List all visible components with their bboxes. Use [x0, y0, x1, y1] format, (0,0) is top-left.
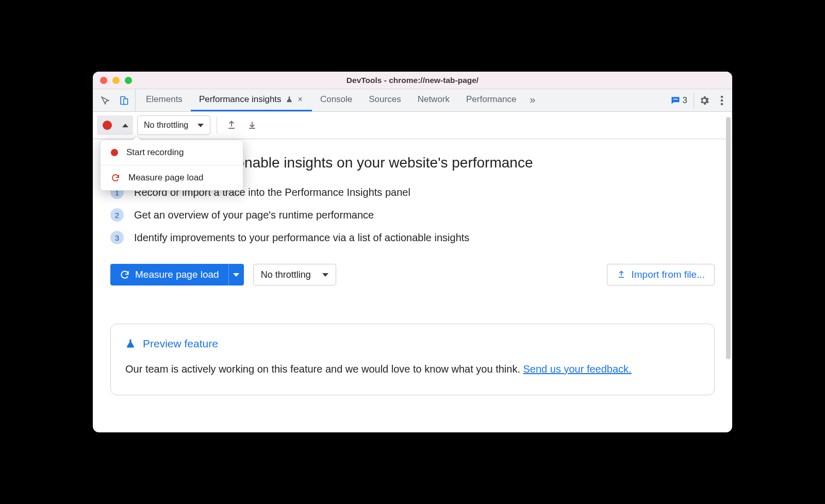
- tab-label: Network: [418, 94, 450, 105]
- card-header: Preview feature: [125, 338, 700, 350]
- measure-page-load-item[interactable]: Measure page load: [101, 165, 243, 190]
- record-dropdown-menu: Start recording Measure page load: [100, 140, 243, 191]
- titlebar: DevTools - chrome://new-tab-page/: [93, 72, 732, 89]
- window-controls: [100, 77, 132, 84]
- step-text: Identify improvements to your performanc…: [134, 232, 469, 244]
- minimize-window-button[interactable]: [112, 77, 120, 84]
- card-body: Our team is actively working on this fea…: [125, 361, 700, 377]
- reload-icon: [120, 270, 130, 280]
- window-title: DevTools - chrome://new-tab-page/: [93, 76, 732, 85]
- tab-network[interactable]: Network: [409, 89, 458, 111]
- settings-icon[interactable]: [696, 92, 713, 109]
- preview-feature-card: Preview feature Our team is actively wor…: [110, 324, 715, 395]
- message-icon: [670, 95, 681, 106]
- tab-label: Console: [320, 94, 352, 105]
- tab-console[interactable]: Console: [312, 89, 360, 111]
- menu-item-label: Start recording: [126, 147, 184, 158]
- record-dropdown-toggle[interactable]: [118, 115, 133, 135]
- step-text: Get an overview of your page's runtime p…: [134, 209, 374, 221]
- flask-icon: [125, 338, 136, 350]
- step-number: 2: [110, 208, 124, 222]
- card-text: Our team is actively working on this fea…: [125, 363, 523, 375]
- svg-rect-2: [673, 98, 677, 99]
- messages-button[interactable]: 3: [666, 93, 691, 108]
- tab-elements[interactable]: Elements: [138, 89, 191, 111]
- svg-point-3: [721, 95, 723, 98]
- message-count: 3: [683, 95, 687, 106]
- import-icon[interactable]: [244, 117, 260, 133]
- measure-page-load-split-button: Measure page load: [110, 264, 244, 285]
- step-3: 3 Identify improvements to your performa…: [110, 231, 715, 244]
- step-number: 3: [110, 231, 124, 244]
- throttling-label: No throttling: [144, 121, 188, 130]
- reload-icon: [111, 173, 120, 182]
- more-menu-icon[interactable]: [714, 92, 730, 109]
- throttling-select-secondary[interactable]: No throttling: [253, 264, 336, 285]
- start-recording-item[interactable]: Start recording: [101, 140, 243, 165]
- throttling-select[interactable]: No throttling: [137, 115, 210, 135]
- feedback-link[interactable]: Send us your feedback.: [523, 363, 632, 375]
- caret-up-icon: [122, 124, 128, 127]
- tab-label: Elements: [146, 94, 183, 105]
- tab-performance[interactable]: Performance: [458, 89, 524, 111]
- tabs-overflow-button[interactable]: »: [524, 89, 540, 111]
- tab-sources[interactable]: Sources: [360, 89, 409, 111]
- svg-point-5: [721, 103, 723, 105]
- devtools-tabbar: Elements Performance insights × Console …: [93, 89, 732, 112]
- upload-icon: [617, 270, 626, 279]
- record-split-button: [97, 115, 133, 135]
- record-button[interactable]: [97, 115, 118, 135]
- svg-rect-1: [124, 98, 128, 104]
- button-label: Measure page load: [135, 269, 219, 280]
- record-icon: [111, 149, 118, 156]
- close-tab-icon[interactable]: ×: [297, 95, 304, 104]
- scrollbar-thumb[interactable]: [726, 117, 731, 359]
- tab-label: Performance: [466, 94, 516, 105]
- menu-item-label: Measure page load: [128, 173, 204, 183]
- inspect-element-icon[interactable]: [97, 92, 113, 109]
- caret-down-icon: [322, 273, 328, 277]
- step-2: 2 Get an overview of your page's runtime…: [110, 208, 715, 222]
- measure-page-load-button[interactable]: Measure page load: [110, 264, 228, 285]
- flask-icon: [286, 95, 293, 104]
- import-from-file-button[interactable]: Import from file...: [607, 264, 715, 285]
- devtools-window: DevTools - chrome://new-tab-page/ Elemen…: [93, 72, 732, 432]
- record-icon: [103, 121, 112, 130]
- maximize-window-button[interactable]: [125, 77, 132, 84]
- caret-down-icon: [233, 273, 239, 277]
- tab-label: Performance insights: [199, 94, 282, 105]
- performance-toolbar: No throttling: [93, 112, 732, 139]
- device-toolbar-icon[interactable]: [116, 92, 132, 109]
- tab-performance-insights[interactable]: Performance insights ×: [191, 89, 312, 111]
- close-window-button[interactable]: [100, 77, 107, 84]
- button-label: Import from file...: [631, 269, 705, 280]
- steps-list: 1 Record or import a trace into the Perf…: [110, 186, 715, 244]
- measure-dropdown-toggle[interactable]: [228, 264, 244, 285]
- export-icon[interactable]: [223, 117, 240, 133]
- caret-down-icon: [197, 124, 204, 127]
- action-row: Measure page load No throttling Import f…: [110, 264, 715, 285]
- svg-point-4: [721, 99, 723, 102]
- throttling-label: No throttling: [261, 270, 311, 280]
- tab-label: Sources: [369, 94, 401, 105]
- card-title: Preview feature: [143, 338, 218, 350]
